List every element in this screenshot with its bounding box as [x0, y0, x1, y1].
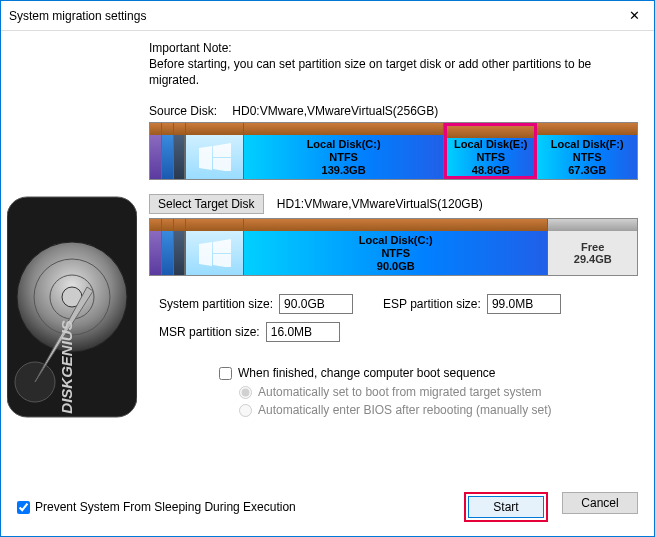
partition-size: 48.8GB — [472, 164, 510, 177]
prevent-sleep-row: Prevent System From Sleeping During Exec… — [17, 500, 296, 514]
partition-name: Local Disk(C:) — [359, 234, 433, 247]
small-partition[interactable] — [162, 219, 174, 275]
partition-size: 90.0GB — [377, 260, 415, 273]
windows-icon — [199, 239, 231, 267]
small-partition[interactable] — [162, 123, 174, 179]
size-fields: System partition size: ESP partition siz… — [159, 294, 638, 342]
small-partition[interactable] — [174, 219, 186, 275]
radio-auto — [239, 386, 252, 399]
small-partition[interactable] — [150, 123, 162, 179]
finish-checkbox[interactable] — [219, 367, 232, 380]
esp-size-input[interactable] — [487, 294, 561, 314]
select-target-button[interactable]: Select Target Disk — [149, 194, 264, 214]
boot-options: When finished, change computer boot sequ… — [219, 366, 638, 421]
msr-size-label: MSR partition size: — [159, 325, 260, 339]
partition-local-f[interactable]: Local Disk(F:) NTFS 67.3GB — [537, 123, 637, 179]
start-highlight: Start — [464, 492, 548, 522]
titlebar: System migration settings ✕ — [1, 1, 654, 31]
cancel-button[interactable]: Cancel — [562, 492, 638, 514]
partition-fs: NTFS — [381, 247, 410, 260]
target-disk-bar[interactable]: Local Disk(C:) NTFS 90.0GB Free 29.4GB — [149, 218, 638, 276]
target-value: HD1:VMware,VMwareVirtualS(120GB) — [277, 197, 483, 211]
field-msr-size: MSR partition size: — [159, 322, 340, 342]
esp-size-label: ESP partition size: — [383, 297, 481, 311]
close-icon[interactable]: ✕ — [620, 6, 648, 26]
windows-icon — [199, 143, 231, 171]
windows-partition[interactable] — [186, 219, 244, 275]
radio-auto-row: Automatically set to boot from migrated … — [239, 385, 638, 399]
field-system-size: System partition size: — [159, 294, 353, 314]
radio-bios — [239, 404, 252, 417]
radio-bios-row: Automatically enter BIOS after rebooting… — [239, 403, 638, 417]
source-label: Source Disk: — [149, 104, 229, 118]
finish-checkbox-label: When finished, change computer boot sequ… — [238, 366, 496, 380]
sys-size-label: System partition size: — [159, 297, 273, 311]
field-esp-size: ESP partition size: — [383, 294, 561, 314]
partition-size: 67.3GB — [568, 164, 606, 177]
small-partition[interactable] — [174, 123, 186, 179]
small-partition[interactable] — [150, 219, 162, 275]
partition-fs: NTFS — [573, 151, 602, 164]
note-heading: Important Note: — [149, 41, 638, 55]
start-button[interactable]: Start — [468, 496, 544, 518]
footer: Prevent System From Sleeping During Exec… — [1, 482, 654, 536]
partition-size: 139.3GB — [322, 164, 366, 177]
partition-fs: NTFS — [329, 151, 358, 164]
partition-fs: NTFS — [476, 151, 505, 164]
sys-size-input[interactable] — [279, 294, 353, 314]
partition-name: Local Disk(F:) — [551, 138, 624, 151]
source-value: HD0:VMware,VMwareVirtualS(256GB) — [232, 104, 438, 118]
disk-graphic: DISKGENIUS — [7, 157, 137, 457]
radio-bios-label: Automatically enter BIOS after rebooting… — [258, 403, 551, 417]
footer-buttons: Start Cancel — [464, 492, 638, 522]
content-area: DISKGENIUS Important Note: Before starti… — [1, 31, 654, 482]
msr-size-input[interactable] — [266, 322, 340, 342]
free-label: Free — [581, 241, 604, 253]
source-disk-row: Source Disk: HD0:VMware,VMwareVirtualS(2… — [149, 104, 638, 118]
prevent-sleep-label: Prevent System From Sleeping During Exec… — [35, 500, 296, 514]
source-disk-bar[interactable]: Local Disk(C:) NTFS 139.3GB Local Disk(E… — [149, 122, 638, 180]
partition-local-c[interactable]: Local Disk(C:) NTFS 139.3GB — [244, 123, 444, 179]
free-size: 29.4GB — [574, 253, 612, 265]
brand-text: DISKGENIUS — [58, 320, 75, 413]
sidebar: DISKGENIUS — [1, 31, 143, 482]
partition-local-e-selected[interactable]: Local Disk(E:) NTFS 48.8GB — [444, 123, 537, 179]
main-panel: Important Note: Before starting, you can… — [143, 31, 654, 482]
window-title: System migration settings — [9, 9, 146, 23]
free-space[interactable]: Free 29.4GB — [548, 219, 637, 275]
radio-auto-label: Automatically set to boot from migrated … — [258, 385, 541, 399]
finish-checkbox-row: When finished, change computer boot sequ… — [219, 366, 638, 380]
note-text: Before starting, you can set partition s… — [149, 57, 638, 88]
partition-local-c-target[interactable]: Local Disk(C:) NTFS 90.0GB — [244, 219, 548, 275]
target-disk-row: Select Target Disk HD1:VMware,VMwareVirt… — [149, 194, 638, 214]
partition-name: Local Disk(E:) — [454, 138, 527, 151]
windows-partition[interactable] — [186, 123, 244, 179]
prevent-sleep-checkbox[interactable] — [17, 501, 30, 514]
partition-name: Local Disk(C:) — [307, 138, 381, 151]
